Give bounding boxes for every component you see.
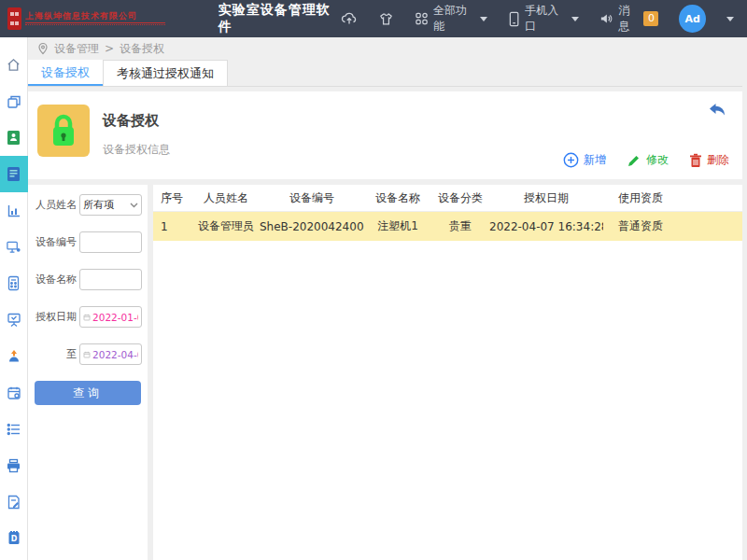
auth-date-picker[interactable]: 2022-01-01 bbox=[79, 306, 142, 328]
d-file-icon: D bbox=[7, 530, 21, 546]
module-icon-box bbox=[37, 105, 90, 157]
add-button-label: 新增 bbox=[584, 152, 606, 168]
book-icon bbox=[6, 165, 21, 183]
sidebar-item-calendar[interactable] bbox=[0, 374, 28, 411]
sidebar-item-chart[interactable] bbox=[0, 192, 28, 229]
tab-assessment-notice[interactable]: 考核通过授权通知 bbox=[103, 60, 228, 86]
device-name-label: 设备名称 bbox=[34, 273, 77, 287]
sidebar-item-idcard[interactable] bbox=[0, 119, 28, 156]
person-icon bbox=[7, 348, 21, 364]
message-count-badge: 0 bbox=[643, 11, 658, 26]
mobile-entry-menu[interactable]: 手机入口 bbox=[508, 3, 579, 35]
sidebar-item-presentation[interactable] bbox=[0, 301, 28, 338]
home-icon bbox=[6, 57, 21, 73]
pencil-icon bbox=[627, 153, 641, 168]
all-functions-label: 全部功能 bbox=[433, 3, 475, 35]
column-header: 使用资质 bbox=[603, 190, 678, 206]
grid-icon bbox=[415, 11, 429, 26]
back-button[interactable] bbox=[709, 103, 726, 119]
company-name: 上海纵坤信息技术有限公司 bbox=[25, 12, 165, 21]
breadcrumb-parent[interactable]: 设备管理 bbox=[54, 41, 99, 57]
edit-button[interactable]: 修改 bbox=[627, 152, 669, 168]
device-name-input[interactable] bbox=[83, 273, 138, 286]
printer-icon bbox=[6, 458, 21, 473]
cell-auth-date: 2022-04-07 16:34:28 bbox=[489, 220, 603, 233]
delete-button-label: 删除 bbox=[707, 152, 729, 168]
sidebar-item-workstation[interactable] bbox=[0, 229, 28, 265]
id-card-icon bbox=[7, 130, 21, 146]
delete-button[interactable]: 删除 bbox=[689, 152, 729, 168]
sidebar-item-document-edit[interactable] bbox=[0, 483, 28, 520]
sidebar-item-copy[interactable] bbox=[0, 83, 28, 119]
sidebar-item-list[interactable] bbox=[0, 411, 28, 447]
page-title: 设备授权 bbox=[103, 112, 159, 130]
title-card: 设备授权 设备授权信息 新增 修改 删除 bbox=[28, 91, 742, 179]
cell-seq: 1 bbox=[153, 220, 192, 233]
edit-button-label: 修改 bbox=[646, 152, 669, 168]
cell-device-category: 贵重 bbox=[431, 218, 489, 234]
breadcrumb: 设备管理 > 设备授权 bbox=[28, 37, 742, 60]
top-header: 上海纵坤信息技术有限公司 实验室设备管理软件 全部功能 bbox=[0, 0, 747, 37]
cell-device-name: 注塑机1 bbox=[364, 218, 431, 234]
column-header: 设备编号 bbox=[260, 190, 364, 206]
presentation-icon bbox=[7, 312, 21, 328]
sidebar-nav: D bbox=[0, 37, 28, 560]
cell-person-name: 设备管理员 bbox=[192, 218, 260, 234]
cloud-upload-icon[interactable] bbox=[341, 10, 358, 27]
column-header: 设备名称 bbox=[364, 190, 431, 206]
sidebar-item-person[interactable] bbox=[0, 338, 28, 374]
end-date-value: 2022-04-08 bbox=[92, 349, 138, 360]
tab-device-auth[interactable]: 设备授权 bbox=[28, 60, 103, 86]
tshirt-icon[interactable] bbox=[378, 11, 394, 27]
chevron-down-icon bbox=[571, 17, 579, 21]
svg-text:D: D bbox=[10, 535, 17, 543]
chart-icon bbox=[7, 203, 21, 218]
location-pin-icon bbox=[37, 42, 49, 55]
calendar-icon bbox=[83, 350, 91, 359]
plus-circle-icon bbox=[563, 152, 579, 168]
user-avatar[interactable]: Ad bbox=[679, 5, 706, 33]
mobile-entry-label: 手机入口 bbox=[525, 3, 567, 35]
person-name-label: 人员姓名 bbox=[34, 198, 77, 212]
column-header: 设备分类 bbox=[431, 190, 489, 206]
cell-device-no: SheB-20200424001 bbox=[260, 220, 364, 233]
sidebar-item-more[interactable] bbox=[0, 556, 28, 560]
sidebar-item-d-file[interactable]: D bbox=[0, 520, 28, 556]
calculator-icon bbox=[7, 275, 21, 291]
query-button[interactable]: 查询 bbox=[35, 381, 141, 405]
sidebar-item-printer[interactable] bbox=[0, 447, 28, 483]
calendar-icon bbox=[7, 385, 21, 400]
user-menu-chevron-icon[interactable] bbox=[726, 17, 734, 21]
device-no-input[interactable] bbox=[83, 236, 138, 248]
column-header: 序号 bbox=[153, 190, 192, 206]
workstation-icon bbox=[6, 240, 21, 255]
person-name-select[interactable]: 所有项 bbox=[79, 194, 142, 216]
all-functions-menu[interactable]: 全部功能 bbox=[415, 3, 487, 35]
chevron-down-icon bbox=[480, 17, 487, 21]
sidebar-item-device-auth[interactable] bbox=[0, 156, 28, 192]
end-date-picker[interactable]: 2022-04-08 bbox=[79, 343, 142, 365]
copy-icon bbox=[7, 94, 21, 109]
logo-decoration bbox=[25, 22, 165, 25]
lock-icon bbox=[48, 112, 79, 149]
sidebar-item-calculator[interactable] bbox=[0, 265, 28, 301]
results-table: 序号 人员姓名 设备编号 设备名称 设备分类 授权日期 使用资质 1 设备管理员… bbox=[153, 185, 742, 560]
document-edit-icon bbox=[7, 495, 21, 510]
cell-qualification: 普通资质 bbox=[603, 218, 678, 234]
trash-icon bbox=[689, 153, 702, 168]
messages-menu[interactable]: 消息 0 bbox=[599, 3, 658, 35]
app-title: 实验室设备管理软件 bbox=[218, 2, 341, 35]
messages-label: 消息 bbox=[618, 3, 639, 35]
table-header-row: 序号 人员姓名 设备编号 设备名称 设备分类 授权日期 使用资质 bbox=[153, 185, 742, 212]
add-button[interactable]: 新增 bbox=[563, 152, 606, 168]
sidebar-item-home[interactable] bbox=[0, 47, 28, 83]
company-seal-icon bbox=[7, 7, 21, 30]
to-label: 至 bbox=[34, 347, 77, 361]
breadcrumb-current: 设备授权 bbox=[120, 41, 164, 57]
calendar-icon bbox=[83, 313, 91, 322]
speaker-icon bbox=[599, 11, 613, 26]
person-name-selected-value: 所有项 bbox=[83, 198, 114, 212]
auth-date-label: 授权日期 bbox=[34, 310, 77, 324]
table-row[interactable]: 1 设备管理员 SheB-20200424001 注塑机1 贵重 2022-04… bbox=[153, 212, 742, 241]
tab-bar: 设备授权 考核通过授权通知 bbox=[28, 60, 742, 87]
